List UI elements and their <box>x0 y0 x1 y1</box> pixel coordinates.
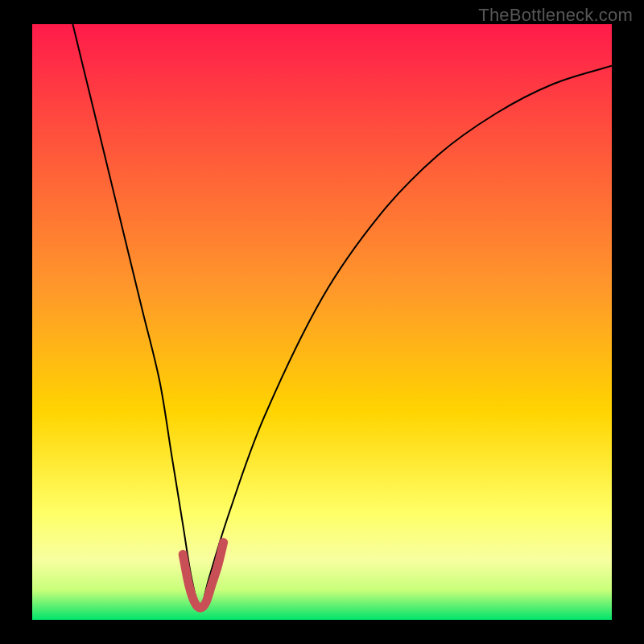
plot-area <box>32 24 612 620</box>
chart-frame: TheBottleneck.com <box>0 0 644 644</box>
chart-svg <box>32 24 612 620</box>
gradient-background <box>32 24 612 620</box>
watermark-text: TheBottleneck.com <box>478 5 633 26</box>
